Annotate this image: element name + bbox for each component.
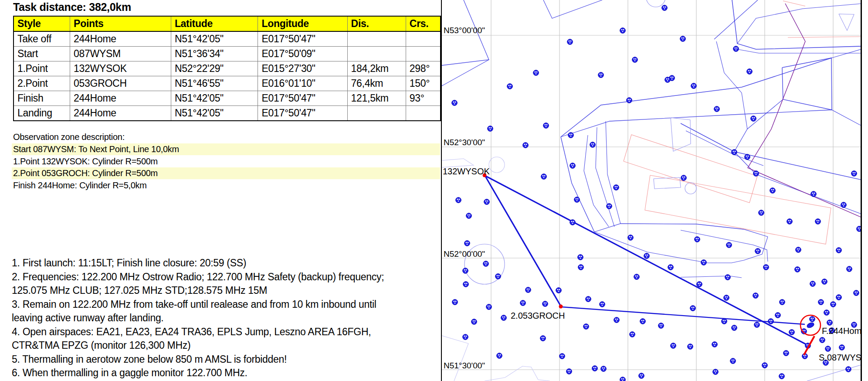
waypoint-dot[interactable] — [658, 323, 664, 329]
waypoint-dot[interactable] — [745, 154, 750, 160]
waypoint-dot[interactable] — [713, 369, 719, 375]
waypoint-dot[interactable] — [628, 235, 634, 241]
waypoint-dot[interactable] — [836, 248, 842, 253]
waypoint-dot[interactable] — [578, 265, 584, 270]
waypoint-dot[interactable] — [818, 299, 824, 305]
waypoint-dot[interactable] — [632, 57, 638, 63]
waypoint-dot[interactable] — [543, 123, 549, 129]
waypoint-dot[interactable] — [542, 301, 548, 307]
waypoint-dot[interactable] — [614, 317, 620, 323]
waypoint-dot[interactable] — [701, 260, 707, 265]
waypoint-dot[interactable] — [456, 197, 461, 203]
waypoint-dot[interactable] — [483, 261, 489, 267]
home-airfield-symbol[interactable] — [806, 322, 815, 329]
waypoint-dot[interactable] — [463, 282, 469, 287]
waypoint-dot[interactable] — [452, 100, 458, 106]
waypoint-dot[interactable] — [795, 267, 800, 272]
waypoint-dot[interactable] — [630, 332, 635, 337]
waypoint-dot[interactable] — [820, 337, 825, 343]
waypoint-dot[interactable] — [753, 293, 759, 299]
waypoint-dot[interactable] — [768, 319, 774, 324]
waypoint-dot[interactable] — [463, 334, 468, 340]
waypoint-dot[interactable] — [627, 98, 632, 103]
waypoint-dot[interactable] — [634, 274, 640, 280]
waypoint-dot[interactable] — [690, 306, 696, 311]
waypoint-dot[interactable] — [598, 72, 604, 78]
waypoint-dot[interactable] — [463, 268, 468, 274]
waypoint-dot[interactable] — [724, 295, 729, 301]
waypoint-dot[interactable] — [779, 374, 785, 379]
waypoint-dot[interactable] — [697, 282, 702, 287]
waypoint-dot[interactable] — [559, 354, 565, 359]
waypoint-dot[interactable] — [811, 191, 817, 197]
waypoint-dot[interactable] — [712, 342, 718, 347]
waypoint-dot[interactable] — [825, 346, 831, 352]
waypoint-dot[interactable] — [726, 242, 732, 248]
waypoint-dot[interactable] — [681, 175, 687, 181]
waypoint-dot[interactable] — [732, 150, 737, 155]
waypoint-dot[interactable] — [722, 319, 727, 324]
waypoint-dot[interactable] — [827, 320, 833, 326]
waypoint-dot[interactable] — [810, 316, 815, 322]
waypoint-dot[interactable] — [680, 36, 686, 42]
waypoint-dot[interactable] — [644, 253, 650, 259]
waypoint-dot[interactable] — [568, 133, 574, 138]
waypoint-dot[interactable] — [839, 345, 845, 350]
waypoint-dot[interactable] — [810, 281, 816, 287]
waypoint-dot[interactable] — [747, 69, 753, 75]
waypoint-dot[interactable] — [671, 343, 676, 349]
waypoint-dot[interactable] — [497, 353, 502, 359]
waypoint-dot[interactable] — [824, 310, 830, 316]
waypoint-dot[interactable] — [730, 358, 736, 364]
waypoint-dot[interactable] — [607, 204, 612, 209]
waypoint-dot[interactable] — [770, 188, 776, 194]
waypoint-dot[interactable] — [754, 322, 760, 328]
waypoint-dot[interactable] — [614, 185, 619, 190]
waypoint-dot[interactable] — [540, 336, 546, 341]
waypoint-dot[interactable] — [501, 315, 507, 321]
waypoint-dot[interactable] — [725, 275, 731, 280]
waypoint-dot[interactable] — [600, 302, 605, 307]
waypoint-dot[interactable] — [789, 330, 795, 335]
waypoint-dot[interactable] — [733, 46, 739, 52]
waypoint-dot[interactable] — [822, 279, 827, 285]
waypoint-dot[interactable] — [662, 5, 668, 11]
waypoint-dot[interactable] — [488, 126, 493, 132]
waypoint-dot[interactable] — [570, 163, 576, 169]
waypoint-dot[interactable] — [695, 237, 700, 242]
waypoint-dot[interactable] — [541, 174, 547, 180]
waypoint-dot[interactable] — [574, 197, 580, 203]
waypoint-dot[interactable] — [466, 213, 472, 219]
waypoint-dot[interactable] — [484, 199, 490, 205]
waypoint-dot[interactable] — [523, 143, 529, 148]
waypoint-dot[interactable] — [783, 350, 789, 356]
waypoint-dot[interactable] — [732, 325, 737, 331]
waypoint-dot[interactable] — [851, 171, 857, 177]
waypoint-dot[interactable] — [495, 274, 501, 279]
waypoint-dot[interactable] — [586, 296, 591, 302]
waypoint-dot[interactable] — [620, 28, 626, 34]
waypoint-dot[interactable] — [570, 220, 576, 225]
waypoint-dot[interactable] — [762, 363, 768, 368]
waypoint-dot[interactable] — [775, 313, 781, 318]
waypoint-dot[interactable] — [533, 70, 539, 76]
waypoint-dot[interactable] — [452, 299, 458, 305]
waypoint-dot[interactable] — [620, 377, 626, 381]
waypoint-dot[interactable] — [787, 219, 793, 225]
waypoint-dot[interactable] — [846, 367, 851, 372]
waypoint-dot[interactable] — [753, 171, 759, 177]
waypoint-dot[interactable] — [578, 255, 583, 260]
waypoint-dot[interactable] — [507, 84, 513, 89]
waypoint-dot[interactable] — [567, 39, 573, 45]
waypoint-dot[interactable] — [665, 77, 671, 83]
waypoint-dot[interactable] — [590, 142, 596, 148]
waypoint-dot[interactable] — [566, 369, 572, 374]
waypoint-dot[interactable] — [640, 319, 646, 324]
waypoint-dot[interactable] — [796, 247, 801, 253]
task-map[interactable]: N53°00'00"N52°30'00"N52°00'00"N51°30'00"… — [441, 0, 862, 381]
waypoint-dot[interactable] — [471, 319, 477, 325]
waypoint-dot[interactable] — [639, 373, 644, 379]
map-canvas[interactable]: N53°00'00"N52°30'00"N52°00'00"N51°30'00"… — [442, 0, 861, 381]
waypoint-dot[interactable] — [486, 304, 492, 310]
waypoint-dot[interactable] — [691, 83, 697, 89]
